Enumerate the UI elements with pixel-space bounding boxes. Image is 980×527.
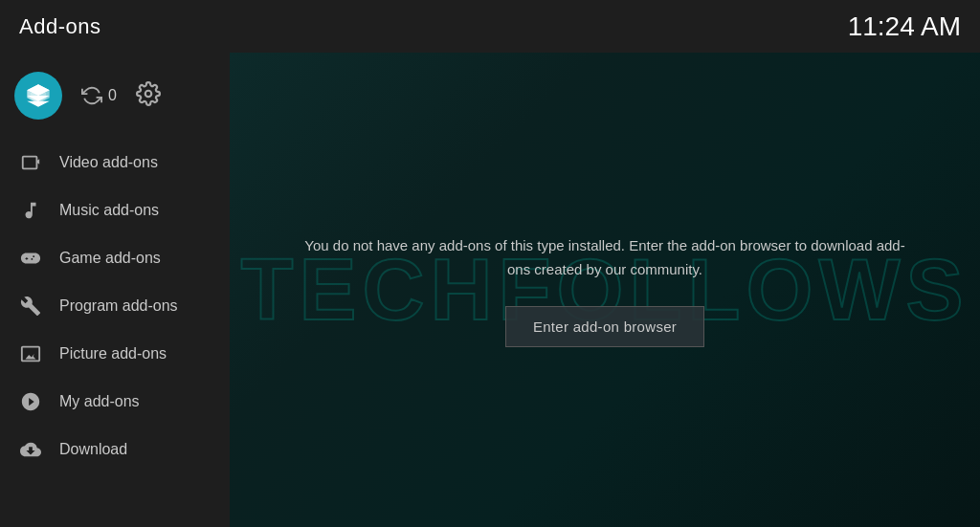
addon-box-icon[interactable] [14, 72, 62, 120]
content-area: TECHFOLLOWS You do not have any add-ons … [230, 53, 980, 527]
sidebar-item-picture[interactable]: Picture add-ons [0, 330, 230, 378]
my-addons-icon [19, 390, 42, 413]
sidebar-label-download: Download [59, 441, 127, 458]
refresh-count: 0 [108, 87, 117, 104]
sidebar-item-music[interactable]: Music add-ons [0, 187, 230, 234]
sidebar-label-picture: Picture add-ons [59, 345, 167, 362]
sidebar-item-download[interactable]: Download [0, 426, 230, 473]
svg-point-0 [145, 91, 152, 98]
clock: 11:24 AM [848, 11, 961, 42]
page-title: Add-ons [19, 14, 100, 39]
sidebar-label-music: Music add-ons [59, 202, 159, 219]
content-inner: You do not have any add-ons of this type… [279, 214, 930, 366]
sidebar-label-my-addons: My add-ons [59, 393, 140, 410]
program-icon [19, 295, 42, 318]
enter-addon-browser-button[interactable]: Enter add-on browser [505, 306, 704, 347]
sidebar-label-program: Program add-ons [59, 297, 178, 315]
refresh-button[interactable]: 0 [81, 85, 117, 106]
refresh-icon [81, 85, 102, 106]
music-icon [19, 199, 42, 222]
picture-icon [19, 342, 42, 365]
game-icon [19, 247, 42, 270]
sidebar-top: 0 [0, 62, 230, 139]
header: Add-ons 11:24 AM [0, 0, 980, 53]
no-addons-message: You do not have any add-ons of this type… [299, 233, 911, 282]
sidebar-item-video[interactable]: Video add-ons [0, 139, 230, 187]
sidebar-item-my-addons[interactable]: My add-ons [0, 378, 230, 426]
sidebar-item-game[interactable]: Game add-ons [0, 234, 230, 282]
main-layout: 0 Video add-ons Music add-ons [0, 53, 980, 527]
sidebar-item-program[interactable]: Program add-ons [0, 282, 230, 330]
video-icon [19, 151, 42, 174]
sidebar-label-video: Video add-ons [59, 154, 158, 171]
gear-icon [136, 81, 161, 106]
download-icon [19, 438, 42, 461]
sidebar-label-game: Game add-ons [59, 250, 161, 267]
box-icon [25, 82, 52, 109]
sidebar: 0 Video add-ons Music add-ons [0, 53, 230, 527]
settings-button[interactable] [136, 81, 161, 110]
